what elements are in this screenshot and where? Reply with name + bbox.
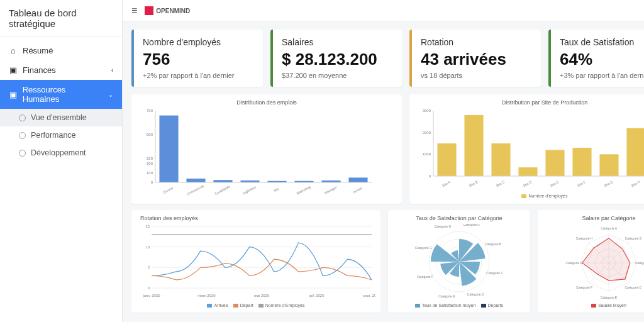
card-sub: +2% par rapport à l'an dernier <box>143 72 254 79</box>
svg-text:Manager: Manager <box>324 185 338 195</box>
chart-title: Rotation des employés <box>136 215 375 221</box>
home-icon: ⌂ <box>9 46 18 55</box>
card-title: Salaires <box>282 37 393 47</box>
chart-icon: ▣ <box>9 65 18 75</box>
chart-jobs-svg: 0100200250500750OuvrierCommercialComptab… <box>136 108 375 196</box>
svg-text:Comptable: Comptable <box>214 184 230 196</box>
nav-item-finances[interactable]: ▣Finances‹ <box>0 60 122 80</box>
card-title: Taux de Satisfation <box>560 37 644 47</box>
chart-sites: Distribution par Site de Production 0100… <box>409 94 644 204</box>
kpi-card: Nombre d'employés756+2% par rapport à l'… <box>131 30 263 87</box>
card-title: Rotation <box>421 37 532 47</box>
svg-text:janv. 2020: janv. 2020 <box>142 294 160 297</box>
card-sub: +3% par rapport à l'an dernier <box>560 72 644 79</box>
svg-text:Commercial: Commercial <box>186 184 204 196</box>
svg-text:250: 250 <box>147 157 153 160</box>
svg-text:0: 0 <box>151 180 153 184</box>
svg-text:RH: RH <box>274 187 280 193</box>
chart-satisfaction-legend: Taux de Satisfaction moyenDéparts <box>393 303 525 308</box>
svg-text:0: 0 <box>429 174 431 178</box>
svg-text:Ingénieur: Ingénieur <box>242 185 257 195</box>
svg-rect-8 <box>186 179 205 182</box>
card-sub: vs 18 départs <box>421 72 532 79</box>
svg-rect-38 <box>572 148 591 176</box>
svg-text:Site A: Site A <box>441 180 452 187</box>
svg-text:Catégorie G: Catégorie G <box>566 261 583 265</box>
svg-text:10: 10 <box>145 245 150 249</box>
svg-text:750: 750 <box>147 109 153 113</box>
logo-text: OPENMIND <box>156 8 190 14</box>
kpi-card: Rotation43 arrivéesvs 18 départs <box>409 30 541 87</box>
chart-title: Distribution par Site de Production <box>414 99 644 106</box>
topbar: ≡ OPENMIND <box>123 0 644 22</box>
svg-text:200: 200 <box>147 162 153 165</box>
svg-rect-10 <box>213 180 232 182</box>
card-value: $ 28.123.200 <box>282 50 393 69</box>
nav-item-résumé[interactable]: ⌂Résumé <box>0 41 122 60</box>
svg-text:Site G: Site G <box>603 180 613 187</box>
hamburger-icon[interactable]: ≡ <box>131 5 137 16</box>
chart-salaire: Salaire par Catégorie Catégorie ACatégor… <box>538 210 644 313</box>
logo[interactable]: OPENMIND <box>145 6 190 15</box>
svg-rect-28 <box>437 143 456 176</box>
svg-rect-6 <box>159 116 178 182</box>
sidebar: Tableau de bord stratégique ⌂Résumé▣Fina… <box>0 0 123 322</box>
svg-text:Autres: Autres <box>352 186 363 194</box>
svg-text:Ouvrier: Ouvrier <box>162 186 174 194</box>
svg-rect-34 <box>518 167 537 176</box>
svg-text:Catégorie D: Catégorie D <box>467 292 484 296</box>
chart-jobs: Distribution des emplois 010020025050075… <box>131 94 402 204</box>
kpi-cards: Nombre d'employés756+2% par rapport à l'… <box>131 30 644 87</box>
nav: ⌂Résumé▣Finances‹▣Ressources Humaines⌄Vu… <box>0 37 122 162</box>
chart-salaire-legend: Salaire Moyen <box>543 303 644 308</box>
svg-text:15: 15 <box>145 225 150 228</box>
svg-text:1000: 1000 <box>423 152 431 156</box>
svg-text:Catégorie C: Catégorie C <box>486 271 503 275</box>
svg-rect-20 <box>348 177 367 182</box>
chart-salaire-svg: Catégorie ACatégorie BCatégorie CCatégor… <box>543 224 644 299</box>
kpi-card: Salaires$ 28.123.200$37.200 en moyenne <box>270 30 402 87</box>
svg-text:juil. 2020: juil. 2020 <box>308 294 325 297</box>
chart-title: Taux de Satisfaction par Catégorie <box>393 215 525 221</box>
card-value: 64% <box>560 50 644 69</box>
sub-item-performance[interactable]: Performance <box>0 126 122 144</box>
svg-text:500: 500 <box>147 133 153 136</box>
kpi-card: Taux de Satisfation64%+3% par rapport à … <box>548 30 644 87</box>
radio-icon <box>19 114 26 121</box>
logo-mark <box>145 6 153 15</box>
card-title: Nombre d'employés <box>143 37 254 47</box>
svg-text:Site D: Site D <box>523 180 533 187</box>
radio-icon <box>19 150 26 157</box>
svg-text:Catégorie D: Catégorie D <box>625 286 642 289</box>
card-value: 43 arrivées <box>421 50 532 69</box>
svg-text:Catégorie F: Catégorie F <box>576 286 592 289</box>
card-sub: $37.200 en moyenne <box>282 72 393 79</box>
svg-text:Catégorie E: Catégorie E <box>438 294 455 298</box>
nav-item-ressources-humaines[interactable]: ▣Ressources Humaines⌄ <box>0 80 122 109</box>
svg-text:Site B: Site B <box>469 180 479 187</box>
svg-text:Catégorie G: Catégorie G <box>415 246 432 250</box>
svg-rect-30 <box>464 115 483 176</box>
chart-rotation-svg: 051015janv. 2020mars 2020mai 2020juil. 2… <box>136 224 375 299</box>
sub-item-vue-d-ensemble[interactable]: Vue d'ensemble <box>0 109 122 126</box>
radio-icon <box>19 132 26 139</box>
svg-text:100: 100 <box>147 171 153 175</box>
chart-sites-svg: 0100020003000Site ASite BSite CSite DSit… <box>414 108 644 190</box>
content: Nombre d'employés756+2% par rapport à l'… <box>123 22 644 322</box>
sub-label: Vue d'ensemble <box>31 113 87 122</box>
svg-marker-91 <box>582 238 630 281</box>
svg-text:Site F: Site F <box>577 180 587 187</box>
svg-text:Catégorie A: Catégorie A <box>464 224 480 226</box>
chart-rotation-legend: ArrivéeDépartNombre d'Employés <box>136 303 375 308</box>
svg-text:Catégorie H: Catégorie H <box>576 236 593 240</box>
svg-text:mars 2020: mars 2020 <box>197 294 216 297</box>
sub-item-d-veloppement[interactable]: Développement <box>0 144 122 162</box>
svg-text:Catégorie B: Catégorie B <box>625 236 642 240</box>
svg-text:0: 0 <box>148 286 150 290</box>
chart-icon: ▣ <box>9 90 18 99</box>
chevron-icon: ⌄ <box>108 91 113 98</box>
svg-rect-40 <box>599 154 618 176</box>
nav-label: Résumé <box>23 46 53 55</box>
svg-text:Site E: Site E <box>550 180 560 187</box>
svg-text:Site C: Site C <box>496 180 506 187</box>
